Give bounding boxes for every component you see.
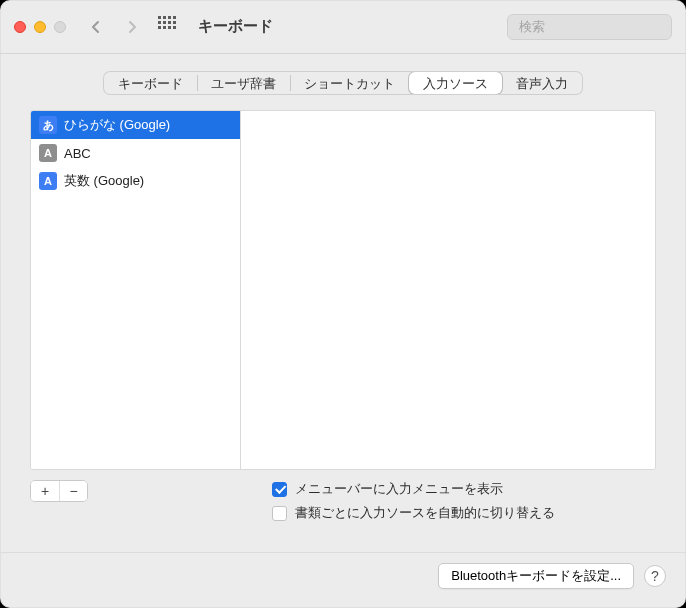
show-all-icon[interactable] xyxy=(158,16,180,38)
add-remove-control: + − xyxy=(30,480,88,502)
preferences-window: キーボード キーボード ユーザ辞書 ショートカット 入力ソース 音声入力 あ ひ… xyxy=(0,0,686,608)
forward-button[interactable] xyxy=(118,15,146,39)
back-button[interactable] xyxy=(82,15,110,39)
tab-user-dictionary[interactable]: ユーザ辞書 xyxy=(197,72,290,94)
source-badge-icon: A xyxy=(39,172,57,190)
checkbox-icon xyxy=(272,506,287,521)
checkbox-label: メニューバーに入力メニューを表示 xyxy=(295,480,503,498)
tabstrip: キーボード ユーザ辞書 ショートカット 入力ソース 音声入力 xyxy=(0,54,686,94)
window-controls xyxy=(14,21,66,33)
zoom-window-button[interactable] xyxy=(54,21,66,33)
bluetooth-keyboard-button[interactable]: Bluetoothキーボードを設定... xyxy=(438,563,634,589)
remove-source-button[interactable]: − xyxy=(59,481,87,501)
list-item[interactable]: A ABC xyxy=(31,139,240,167)
input-sources-pane: あ ひらがな (Google) A ABC A 英数 (Google) xyxy=(30,110,656,470)
chevron-right-icon xyxy=(127,20,137,34)
tab-keyboard[interactable]: キーボード xyxy=(104,72,197,94)
segmented-control: キーボード ユーザ辞書 ショートカット 入力ソース 音声入力 xyxy=(104,72,582,94)
checkbox-label: 書類ごとに入力ソースを自動的に切り替える xyxy=(295,504,555,522)
checkbox-icon xyxy=(272,482,287,497)
options: メニューバーに入力メニューを表示 書類ごとに入力ソースを自動的に切り替える xyxy=(272,480,555,522)
source-label: ABC xyxy=(64,146,91,161)
tab-dictation[interactable]: 音声入力 xyxy=(502,72,582,94)
search-field[interactable] xyxy=(507,14,672,40)
auto-switch-checkbox[interactable]: 書類ごとに入力ソースを自動的に切り替える xyxy=(272,504,555,522)
source-badge-icon: あ xyxy=(39,116,57,134)
under-pane-row: + − メニューバーに入力メニューを表示 書類ごとに入力ソースを自動的に切り替え… xyxy=(30,480,656,522)
footer: Bluetoothキーボードを設定... ? xyxy=(0,552,686,589)
source-label: ひらがな (Google) xyxy=(64,116,170,134)
chevron-left-icon xyxy=(91,20,101,34)
list-item[interactable]: あ ひらがな (Google) xyxy=(31,111,240,139)
input-source-list[interactable]: あ ひらがな (Google) A ABC A 英数 (Google) xyxy=(31,111,241,469)
source-badge-icon: A xyxy=(39,144,57,162)
minimize-window-button[interactable] xyxy=(34,21,46,33)
help-button[interactable]: ? xyxy=(644,565,666,587)
source-label: 英数 (Google) xyxy=(64,172,144,190)
show-input-menu-checkbox[interactable]: メニューバーに入力メニューを表示 xyxy=(272,480,555,498)
close-window-button[interactable] xyxy=(14,21,26,33)
search-input[interactable] xyxy=(519,19,686,34)
window-title: キーボード xyxy=(198,17,273,36)
add-source-button[interactable]: + xyxy=(31,481,59,501)
list-item[interactable]: A 英数 (Google) xyxy=(31,167,240,195)
tab-input-sources[interactable]: 入力ソース xyxy=(409,72,502,94)
keyboard-preview xyxy=(241,111,655,469)
toolbar: キーボード xyxy=(0,0,686,54)
tab-shortcuts[interactable]: ショートカット xyxy=(290,72,409,94)
